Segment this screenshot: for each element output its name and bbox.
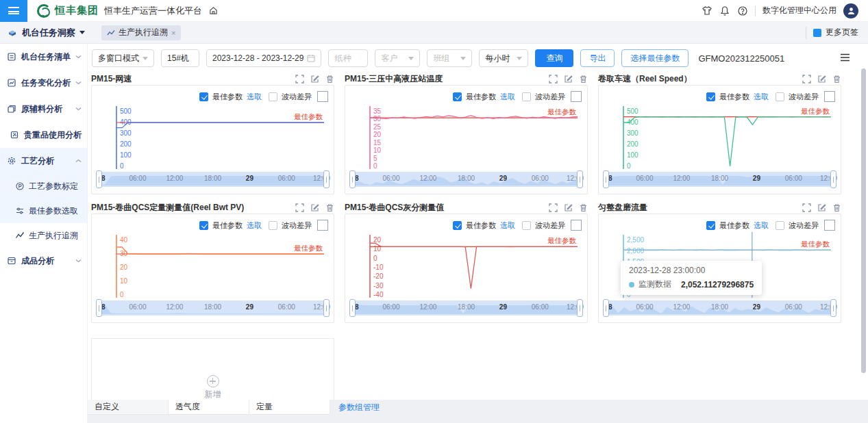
open-tab[interactable]: 生产执行追溯 × (101, 25, 181, 40)
best-param-checkbox[interactable] (199, 92, 208, 101)
pick-link[interactable]: 选取 (247, 220, 262, 231)
bottom-tab-custom[interactable]: 自定义 (88, 400, 169, 415)
fluctuation-checkbox[interactable] (269, 221, 277, 230)
add-chart-card[interactable]: 新增 (91, 338, 334, 407)
delete-icon[interactable] (832, 75, 841, 84)
fullscreen-icon[interactable] (549, 75, 558, 84)
notification-bell-icon[interactable] (719, 5, 730, 16)
datazoom-slider[interactable]: 2806:0012:0018:002906:0012:00 (351, 300, 582, 316)
sidebar-item-valuables-usage-analysis[interactable]: 贵重品使用分析 (0, 122, 87, 148)
sidebar-item-task-change-analysis[interactable]: 任务变化分析 (0, 70, 87, 96)
sidebar-item-machine-task-list[interactable]: 机台任务清单 (0, 44, 87, 70)
extra-checkbox[interactable] (571, 220, 582, 231)
help-icon[interactable] (737, 5, 748, 16)
edit-icon[interactable] (564, 203, 573, 212)
fullscreen-icon[interactable] (802, 75, 811, 84)
best-param-checkbox[interactable] (706, 92, 715, 101)
home-icon[interactable] (209, 6, 218, 15)
best-param-checkbox[interactable] (453, 92, 462, 101)
date-range-picker[interactable]: 2023-12-28 - 2023-12-29 (206, 49, 321, 67)
datazoom-left-handle[interactable] (603, 299, 609, 317)
sidebar-item-finished-product-analysis[interactable]: 成品分析 (0, 248, 87, 274)
pick-link[interactable]: 选取 (247, 92, 262, 102)
bottom-tab-basis-weight[interactable]: 定量 (249, 400, 330, 415)
sidebar-item-process-param-calibration[interactable]: 工艺参数标定 (0, 174, 87, 198)
fluctuation-checkbox[interactable] (522, 221, 531, 230)
best-param-checkbox[interactable] (706, 221, 715, 230)
pick-link[interactable]: 选取 (500, 92, 515, 102)
chart-plot[interactable]: 0100200300400500最佳参数 (97, 103, 328, 169)
datazoom-right-handle[interactable] (323, 170, 330, 188)
edit-icon[interactable] (310, 203, 319, 212)
paper-type-input[interactable]: 纸种 (328, 49, 368, 67)
delete-icon[interactable] (325, 75, 334, 84)
sidebar-item-production-trace[interactable]: 生产执行追溯 (0, 223, 87, 248)
chart-plot[interactable]: 05001,0001,5002,0002,500最佳参数2023-12-28 2… (604, 232, 835, 298)
edit-icon[interactable] (310, 75, 319, 84)
vertical-scrollbar[interactable] (861, 68, 866, 373)
customer-select[interactable]: 客户 (375, 49, 420, 67)
module-selector[interactable]: 机台任务洞察 (0, 27, 95, 39)
delete-icon[interactable] (832, 203, 841, 212)
chart-plot[interactable]: -40-30-20-1001020最佳参数 (351, 232, 582, 298)
extra-checkbox[interactable] (317, 91, 328, 102)
user-avatar[interactable] (843, 3, 858, 18)
more-tabs-button[interactable]: 更多页签 (806, 27, 868, 39)
delete-icon[interactable] (325, 203, 334, 212)
datazoom-left-handle[interactable] (349, 299, 356, 317)
pick-link[interactable]: 选取 (754, 220, 769, 231)
edit-icon[interactable] (817, 203, 826, 212)
sidebar-item-process-analysis[interactable]: 工艺分析 (0, 148, 87, 174)
best-param-checkbox[interactable] (453, 221, 462, 230)
best-param-checkbox[interactable] (199, 221, 208, 230)
extra-checkbox[interactable] (317, 220, 328, 231)
extra-checkbox[interactable] (824, 220, 835, 231)
chart-plot[interactable]: 05101520253035最佳参数 (351, 103, 582, 169)
datazoom-right-handle[interactable] (323, 299, 330, 317)
param-group-manage-link[interactable]: 参数组管理 (330, 400, 380, 415)
toolbar-menu-icon[interactable] (840, 53, 850, 64)
fullscreen-icon[interactable] (549, 203, 558, 212)
datazoom-left-handle[interactable] (603, 170, 609, 188)
datazoom-right-handle[interactable] (577, 299, 583, 317)
shift-select[interactable]: 班组 (427, 49, 472, 67)
datazoom-right-handle[interactable] (830, 299, 836, 317)
edit-icon[interactable] (817, 75, 826, 84)
sidebar-item-raw-material-analysis[interactable]: 原辅料分析 (0, 96, 87, 122)
edit-icon[interactable] (564, 75, 573, 84)
extra-checkbox[interactable] (571, 91, 582, 102)
datazoom-slider[interactable]: 2806:0012:0018:002906:0012:00 (604, 172, 835, 187)
fluctuation-checkbox[interactable] (776, 221, 784, 230)
datazoom-right-handle[interactable] (577, 170, 583, 188)
fluctuation-checkbox[interactable] (269, 92, 277, 101)
hamburger-menu-button[interactable] (0, 0, 27, 22)
pick-link[interactable]: 选取 (754, 92, 769, 102)
machine-input[interactable]: 15#机 (161, 49, 199, 67)
select-best-param-button[interactable]: 选择最佳参数 (621, 49, 689, 67)
extra-checkbox[interactable] (824, 91, 835, 102)
pick-link[interactable]: 选取 (500, 220, 515, 231)
close-tab-icon[interactable]: × (171, 29, 175, 37)
datazoom-slider[interactable]: 2806:0012:0018:002906:0012:00 (97, 172, 328, 187)
fullscreen-icon[interactable] (802, 203, 811, 212)
datazoom-right-handle[interactable] (830, 170, 836, 188)
delete-icon[interactable] (579, 203, 588, 212)
fullscreen-icon[interactable] (295, 203, 304, 212)
fluctuation-checkbox[interactable] (522, 92, 531, 101)
window-mode-select[interactable]: 多窗口模式 (92, 49, 154, 67)
datazoom-left-handle[interactable] (96, 299, 102, 317)
sidebar-item-best-param-selection[interactable]: 最佳参数选取 (0, 198, 87, 223)
bottom-tab-porosity[interactable]: 透气度 (169, 400, 249, 415)
datazoom-slider[interactable]: 2806:0012:0018:002906:0012:00 (604, 300, 835, 316)
theme-skin-icon[interactable] (702, 5, 712, 16)
delete-icon[interactable] (579, 75, 588, 84)
datazoom-slider[interactable]: 2806:0012:0018:002906:0012:00 (351, 172, 582, 187)
datazoom-slider[interactable]: 2806:0012:0018:002906:0012:00 (97, 300, 328, 316)
interval-select[interactable]: 每小时 (479, 49, 528, 67)
fluctuation-checkbox[interactable] (776, 92, 784, 101)
fullscreen-icon[interactable] (295, 75, 304, 84)
chart-plot[interactable]: 010203040最佳参数 (97, 232, 328, 298)
query-button[interactable]: 查询 (535, 49, 573, 67)
chart-plot[interactable]: 0100200300400500最佳参数 (604, 103, 835, 169)
datazoom-left-handle[interactable] (349, 170, 356, 188)
